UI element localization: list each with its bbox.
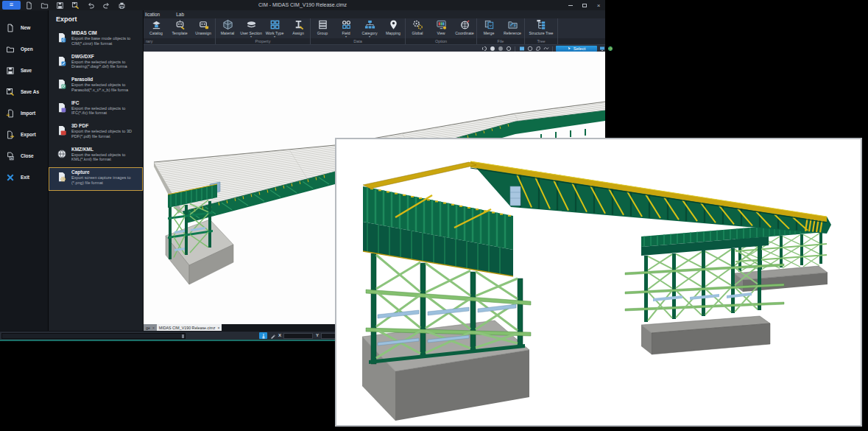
restore-button[interactable]	[581, 1, 588, 9]
menu-item-save-as[interactable]: Save As	[0, 81, 48, 102]
undo-button[interactable]	[86, 1, 95, 10]
doc-close-icon	[6, 152, 15, 161]
export-item-desc: Export the selected objects to KML(*.kml…	[71, 153, 141, 162]
ribbon-tab-lab[interactable]: Lab	[176, 10, 184, 18]
ribbon: licationLab CatalogTemplateUnassignraryM…	[144, 10, 605, 44]
ribbon-button-view[interactable]: View	[429, 18, 453, 38]
export-item-kmz-kml[interactable]: KMZ/KMLExport the selected objects to KM…	[49, 144, 143, 168]
export-item-dwg-dxf[interactable]: DWG/DXFExport the selected objects to Dr…	[49, 52, 143, 75]
export-item-ifc[interactable]: IFCExport the selected objects to IFC(*.…	[49, 98, 143, 122]
menu-item-export[interactable]: Export	[0, 124, 48, 145]
window-controls: ×	[567, 0, 602, 10]
ribbon-group-label: Option	[406, 38, 476, 44]
minimize-button[interactable]	[567, 1, 574, 9]
desktop: ≡ CIM - MIDAS CIM_V190 Release.cimz × li…	[0, 0, 868, 431]
export-item-title: KMZ/KML	[71, 147, 141, 153]
export-item-text: MIDAS CIMExport the base mode objects to…	[71, 30, 141, 51]
ribbon-button-label: Catalog	[149, 31, 163, 35]
ribbon-button-unassign[interactable]: Unassign	[191, 18, 215, 38]
catalog-icon	[151, 19, 162, 30]
print-button[interactable]	[117, 1, 126, 10]
ribbon-button-reference[interactable]: Reference	[501, 18, 524, 38]
floppy-pen-icon	[6, 88, 15, 97]
export-item-text: ParasolidExport the selected objects to …	[71, 77, 141, 97]
ribbon-button-work-type[interactable]: Work Type▾	[263, 18, 286, 38]
dropdown-arrow-icon: ▾	[250, 35, 252, 38]
menu-item-save[interactable]: Save	[0, 60, 48, 81]
redo-button[interactable]	[102, 1, 110, 10]
menu-item-exit[interactable]: Exit	[0, 167, 48, 188]
shade-notch-icon	[481, 46, 487, 52]
x-coordinate-input[interactable]	[283, 333, 313, 339]
app-menu-button[interactable]: ≡	[2, 1, 21, 10]
export-item-desc: Export the selected objects to IFC(*.ifc…	[71, 106, 141, 116]
menu-item-new[interactable]: New	[0, 17, 48, 38]
reference-icon	[507, 19, 518, 30]
open-button[interactable]	[40, 1, 49, 10]
edit-coordinate-button[interactable]	[269, 332, 277, 339]
ribbon-button-user-section[interactable]: User Section▾	[239, 18, 263, 38]
globe-icon	[57, 148, 67, 160]
document-tab-ge[interactable]: ge×	[144, 324, 157, 331]
tab-close-icon[interactable]: ×	[217, 326, 219, 330]
ribbon-group-file: MergeReferenceFile	[477, 18, 525, 44]
ribbon-button-label: Mapping	[386, 31, 401, 35]
quick-access-toolbar	[24, 1, 126, 10]
menu-item-close[interactable]: Close	[0, 145, 48, 167]
cursor-icon	[568, 46, 571, 51]
ribbon-button-global[interactable]: Global	[406, 18, 429, 38]
close-button[interactable]: ×	[595, 1, 602, 9]
document-tab-midas-cim-v190-release-cimz[interactable]: MIDAS CIM_V190 Release.cimz×	[157, 324, 222, 331]
ribbon-button-group[interactable]: Group	[311, 18, 334, 38]
doc-ifc-icon	[57, 102, 67, 113]
ribbon-button-category[interactable]: Category▾	[358, 18, 381, 38]
ribbon-button-merge[interactable]: Merge	[477, 18, 501, 38]
view-icon	[436, 19, 447, 30]
dropdown-arrow-icon: ▾	[274, 35, 275, 38]
mini-globe-button[interactable]	[607, 46, 613, 52]
ribbon-button-structure-tree[interactable]: Structure Tree	[525, 18, 557, 38]
ribbon-group-tree: Structure TreeTree	[525, 18, 558, 44]
ribbon-group-label: Tree	[525, 38, 557, 44]
save-as-button[interactable]	[71, 1, 80, 10]
export-item-title: MIDAS CIM	[71, 30, 141, 36]
undo-icon	[87, 1, 95, 10]
ribbon-button-label: Template	[172, 31, 187, 35]
shade-gray-icon	[498, 46, 504, 52]
snap-icon	[261, 333, 267, 339]
ribbon-tab-lication[interactable]: lication	[145, 10, 160, 18]
export-item-title: Capture	[71, 169, 141, 175]
tab-close-icon[interactable]: ×	[152, 326, 155, 330]
ribbon-button-catalog[interactable]: Catalog	[144, 18, 168, 38]
export-item-3d-pdf[interactable]: 3D PDFExport the selected objects to 3D …	[49, 121, 143, 144]
menu-item-import[interactable]: Import	[0, 102, 48, 124]
well-scroll-handle[interactable]	[182, 334, 184, 338]
ribbon-button-label: Coordinate	[455, 31, 473, 35]
circle-select-icon	[527, 46, 533, 52]
assign-icon	[293, 19, 304, 30]
ribbon-button-label: Global	[412, 31, 423, 35]
new-button[interactable]	[24, 1, 33, 10]
snap-toggle-button[interactable]	[259, 332, 267, 339]
merge-icon	[484, 19, 495, 30]
menu-item-label: Exit	[21, 175, 29, 180]
export-item-midas-cim[interactable]: MIDAS CIMExport the base mode objects to…	[49, 28, 143, 52]
export-item-parasolid[interactable]: ParasolidExport the selected objects to …	[49, 74, 143, 98]
ribbon-button-mapping[interactable]: Mapping	[381, 18, 405, 38]
ribbon-button-template[interactable]: Template	[168, 18, 191, 38]
exit-x-icon	[6, 173, 15, 182]
menu-item-open[interactable]: Open	[0, 38, 48, 60]
ribbon-button-material[interactable]: Material	[216, 18, 239, 38]
save-button[interactable]	[55, 1, 64, 10]
ribbon-button-assign[interactable]: Assign	[286, 18, 310, 38]
export-item-capture[interactable]: CaptureExport screen capture images to (…	[49, 167, 143, 191]
export-item-desc: Export the selected objects to 3D PDF(*.…	[71, 129, 141, 139]
select-button[interactable]: Select	[556, 46, 597, 52]
ribbon-button-label: Unassign	[195, 31, 211, 35]
work-type-icon	[269, 19, 280, 30]
ribbon-button-coordinate[interactable]: Coordinate	[453, 18, 476, 38]
doc-import-icon	[6, 109, 15, 118]
ribbon-button-field[interactable]: Field▾	[334, 18, 358, 38]
menu-item-label: Save As	[21, 89, 39, 94]
ribbon-button-label: Merge	[484, 31, 495, 35]
